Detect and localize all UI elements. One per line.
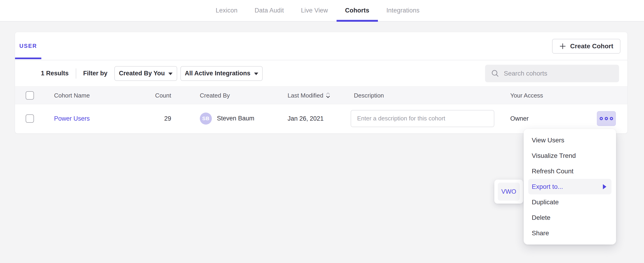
header-last-modified[interactable]: Last Modified (288, 92, 330, 99)
table-row: Power Users 29 SB Steven Baum Jan 26, 20… (15, 104, 627, 133)
sort-icon[interactable] (326, 92, 330, 99)
top-nav-tabs: Lexicon Data Audit Live View Cohorts Int… (0, 0, 640, 21)
chevron-down-icon (168, 73, 172, 75)
tab-label: Lexicon (216, 7, 238, 14)
actions-cell (597, 111, 616, 126)
row-context-menu: View Users Visualize Trend Refresh Count… (524, 129, 616, 244)
menu-item-export-to-label: Export to... (532, 183, 563, 190)
tab-integrations[interactable]: Integrations (378, 0, 428, 21)
cohorts-panel: USER Create Cohort 1 Results Filter by C… (15, 32, 628, 134)
tab-label: Live View (301, 7, 328, 14)
tab-lexicon[interactable]: Lexicon (207, 0, 246, 21)
export-vwo-button[interactable]: VWO (498, 183, 520, 201)
tab-label: Cohorts (345, 7, 369, 14)
create-cohort-button[interactable]: Create Cohort (552, 39, 620, 54)
header-description: Description (351, 92, 384, 99)
divider (76, 68, 76, 79)
created-by-name: Steven Baum (217, 115, 254, 122)
active-tab-underline (336, 20, 378, 22)
menu-item-share[interactable]: Share (524, 225, 616, 241)
access-value: Owner (510, 115, 529, 122)
menu-item-refresh-count[interactable]: Refresh Count (524, 163, 616, 179)
tab-live-view[interactable]: Live View (292, 0, 336, 21)
chevron-down-icon (254, 73, 258, 75)
plus-icon (559, 43, 566, 50)
description-input[interactable] (351, 110, 494, 127)
export-submenu: VWO (494, 180, 523, 204)
header-cohort-name: Cohort Name (54, 92, 90, 99)
more-options-icon (605, 117, 608, 120)
row-checkbox[interactable] (26, 114, 34, 123)
created-by-dropdown[interactable]: Created By You (114, 66, 177, 81)
filter-by-label: Filter by (83, 70, 108, 77)
top-nav: Lexicon Data Audit Live View Cohorts Int… (0, 0, 644, 22)
table-header: Cohort Name Count Created By Last Modifi… (15, 87, 627, 104)
cohort-count: 29 (144, 115, 171, 122)
cohort-name-link[interactable]: Power Users (54, 115, 90, 122)
results-count: 1 Results (41, 70, 68, 77)
more-options-icon (600, 117, 603, 120)
create-cohort-label: Create Cohort (570, 43, 613, 50)
tab-label: Integrations (386, 7, 420, 14)
menu-item-delete[interactable]: Delete (524, 210, 616, 225)
menu-item-visualize-trend[interactable]: Visualize Trend (524, 148, 616, 163)
header-your-access: Your Access (510, 92, 543, 99)
cohorts-page: Lexicon Data Audit Live View Cohorts Int… (0, 0, 644, 263)
tab-cohorts[interactable]: Cohorts (336, 0, 378, 21)
tab-user[interactable]: USER (15, 32, 41, 60)
submenu-arrow-icon (603, 184, 606, 189)
created-by-dropdown-value: Created By You (119, 70, 165, 77)
description-cell (351, 110, 494, 127)
last-modified-date: Jan 26, 2021 (288, 115, 324, 122)
menu-item-duplicate[interactable]: Duplicate (524, 194, 616, 210)
header-created-by: Created By (200, 92, 230, 99)
user-tab-underline (15, 58, 41, 59)
user-tab-label: USER (20, 43, 37, 49)
menu-item-view-users[interactable]: View Users (524, 132, 616, 148)
search-box (485, 65, 619, 82)
tab-data-audit[interactable]: Data Audit (246, 0, 292, 21)
header-last-modified-label: Last Modified (288, 92, 324, 99)
search-input[interactable] (504, 70, 614, 77)
integrations-dropdown[interactable]: All Active Integrations (180, 66, 263, 81)
more-options-button[interactable] (597, 111, 616, 126)
tab-label: Data Audit (254, 7, 284, 14)
panel-tab-strip: USER Create Cohort (15, 32, 627, 60)
header-count: Count (144, 92, 171, 99)
select-all-checkbox[interactable] (26, 91, 34, 100)
more-options-icon (610, 117, 613, 120)
integrations-dropdown-value: All Active Integrations (185, 70, 250, 77)
created-by-cell: SB Steven Baum (200, 113, 254, 125)
filter-row: 1 Results Filter by Created By You All A… (15, 60, 627, 87)
avatar: SB (200, 113, 212, 125)
search-icon (491, 69, 500, 78)
menu-item-export-to[interactable]: Export to... (528, 179, 612, 194)
